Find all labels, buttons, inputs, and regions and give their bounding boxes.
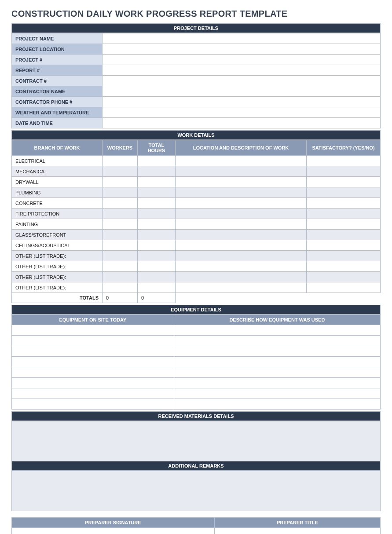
work-satisfactory-field[interactable] <box>307 166 381 177</box>
work-workers-field[interactable] <box>103 166 138 177</box>
work-branch: OTHER (LIST TRADE): <box>12 261 103 272</box>
project-value-field[interactable] <box>103 118 381 128</box>
totals-hours[interactable]: 0 <box>138 293 176 303</box>
work-hours-field[interactable] <box>138 261 176 272</box>
work-satisfactory-field[interactable] <box>307 230 381 240</box>
work-row: MECHANICAL <box>12 166 381 177</box>
work-location-field[interactable] <box>176 156 307 166</box>
equipment-onsite-field[interactable] <box>12 357 174 367</box>
work-location-field[interactable] <box>176 251 307 261</box>
equipment-onsite-field[interactable] <box>12 388 174 399</box>
work-hours-field[interactable] <box>138 208 176 219</box>
project-value-field[interactable] <box>103 107 381 118</box>
work-hours-field[interactable] <box>138 166 176 177</box>
project-label: CONTRACT # <box>12 76 103 86</box>
work-location-field[interactable] <box>176 208 307 219</box>
work-hours-field[interactable] <box>138 272 176 282</box>
work-workers-field[interactable] <box>103 261 138 272</box>
project-value-field[interactable] <box>103 44 381 55</box>
section-header-work: WORK DETAILS <box>11 130 381 140</box>
work-workers-field[interactable] <box>103 251 138 261</box>
work-satisfactory-field[interactable] <box>307 251 381 261</box>
work-workers-field[interactable] <box>103 282 138 293</box>
equipment-used-field[interactable] <box>174 378 380 388</box>
work-workers-field[interactable] <box>103 156 138 166</box>
materials-input[interactable] <box>11 421 381 461</box>
work-satisfactory-field[interactable] <box>307 177 381 187</box>
equipment-used-field[interactable] <box>174 357 380 367</box>
equipment-onsite-field[interactable] <box>12 336 174 346</box>
work-hours-field[interactable] <box>138 177 176 187</box>
page-title: CONSTRUCTION DAILY WORK PROGRESS REPORT … <box>11 9 381 19</box>
section-header-materials: RECEIVED MATERIALS DETAILS <box>11 411 381 421</box>
work-row: FIRE PROTECTION <box>12 208 381 219</box>
work-workers-field[interactable] <box>103 272 138 282</box>
work-location-field[interactable] <box>176 177 307 187</box>
equipment-used-field[interactable] <box>174 346 380 357</box>
equipment-used-field[interactable] <box>174 388 380 399</box>
work-branch: FIRE PROTECTION <box>12 208 103 219</box>
project-label: WEATHER AND TEMPERATURE <box>12 107 103 118</box>
preparer-signature-field[interactable] <box>12 528 215 534</box>
work-location-field[interactable] <box>176 272 307 282</box>
work-row: CONCRETE <box>12 198 381 208</box>
work-row: DRYWALL <box>12 177 381 187</box>
project-value-field[interactable] <box>103 55 381 65</box>
work-location-field[interactable] <box>176 240 307 251</box>
work-satisfactory-field[interactable] <box>307 272 381 282</box>
project-value-field[interactable] <box>103 97 381 107</box>
work-location-field[interactable] <box>176 166 307 177</box>
totals-workers[interactable]: 0 <box>103 293 138 303</box>
work-location-field[interactable] <box>176 187 307 198</box>
work-satisfactory-field[interactable] <box>307 156 381 166</box>
equipment-onsite-field[interactable] <box>12 378 174 388</box>
equipment-used-field[interactable] <box>174 325 380 336</box>
work-branch: PAINTING <box>12 219 103 230</box>
work-workers-field[interactable] <box>103 208 138 219</box>
work-workers-field[interactable] <box>103 219 138 230</box>
equipment-used-field[interactable] <box>174 399 380 410</box>
work-satisfactory-field[interactable] <box>307 187 381 198</box>
work-workers-field[interactable] <box>103 177 138 187</box>
equipment-used-field[interactable] <box>174 336 380 346</box>
section-header-equipment: EQUIPMENT DETAILS <box>11 305 381 315</box>
work-hours-field[interactable] <box>138 219 176 230</box>
equipment-onsite-field[interactable] <box>12 367 174 378</box>
work-workers-field[interactable] <box>103 198 138 208</box>
remarks-input[interactable] <box>11 471 381 511</box>
work-satisfactory-field[interactable] <box>307 198 381 208</box>
work-location-field[interactable] <box>176 282 307 293</box>
project-value-field[interactable] <box>103 33 381 44</box>
project-value-field[interactable] <box>103 65 381 76</box>
work-satisfactory-field[interactable] <box>307 261 381 272</box>
work-satisfactory-field[interactable] <box>307 240 381 251</box>
work-location-field[interactable] <box>176 261 307 272</box>
work-hours-field[interactable] <box>138 251 176 261</box>
project-value-field[interactable] <box>103 86 381 97</box>
project-value-field[interactable] <box>103 76 381 86</box>
work-hours-field[interactable] <box>138 240 176 251</box>
equipment-onsite-field[interactable] <box>12 346 174 357</box>
work-workers-field[interactable] <box>103 187 138 198</box>
work-hours-field[interactable] <box>138 282 176 293</box>
preparer-title-field[interactable] <box>214 528 380 534</box>
equipment-onsite-field[interactable] <box>12 325 174 336</box>
equipment-onsite-field[interactable] <box>12 399 174 410</box>
work-satisfactory-field[interactable] <box>307 219 381 230</box>
project-label: DATE AND TIME <box>12 118 103 128</box>
work-hours-field[interactable] <box>138 156 176 166</box>
project-label: CONTRACTOR NAME <box>12 86 103 97</box>
work-workers-field[interactable] <box>103 230 138 240</box>
work-workers-field[interactable] <box>103 240 138 251</box>
work-branch: OTHER (LIST TRADE): <box>12 282 103 293</box>
equipment-used-field[interactable] <box>174 367 380 378</box>
work-hours-field[interactable] <box>138 198 176 208</box>
col-equipment-onsite: EQUIPMENT ON SITE TODAY <box>12 315 174 325</box>
work-location-field[interactable] <box>176 198 307 208</box>
work-location-field[interactable] <box>176 230 307 240</box>
work-location-field[interactable] <box>176 219 307 230</box>
work-hours-field[interactable] <box>138 230 176 240</box>
work-satisfactory-field[interactable] <box>307 282 381 293</box>
work-hours-field[interactable] <box>138 187 176 198</box>
work-satisfactory-field[interactable] <box>307 208 381 219</box>
